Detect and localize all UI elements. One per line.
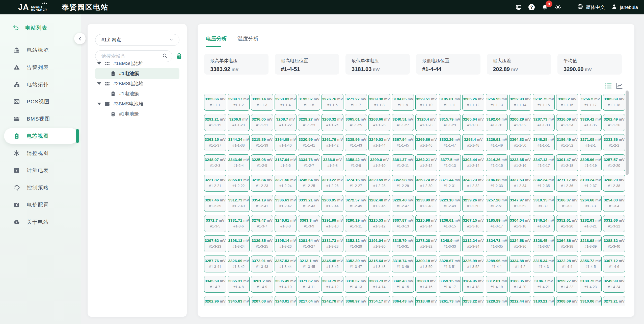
help-icon[interactable]: ? [528, 4, 535, 11]
battery-cell-card[interactable]: 3297.62 mV#1-3-23 [204, 235, 226, 252]
battery-cell-card[interactable]: 3322.28 mV#1-4-4 [556, 256, 578, 272]
battery-cell-card[interactable]: 3239.79 mV#1-4-12 [321, 276, 343, 293]
user-menu[interactable]: janebula [611, 4, 638, 11]
battery-cell-card[interactable]: 3184.05 mV#1-1-9 [392, 94, 414, 111]
sidebar-collapse-button[interactable] [74, 33, 86, 44]
battery-cell-card[interactable]: 3215.84 mV#1-2-23 [251, 175, 273, 192]
battery-cell-card[interactable]: 3265.64 mV#1-1-30 [462, 114, 484, 131]
battery-cell-card[interactable]: 3357.53 mV#1-3-44 [275, 256, 297, 272]
battery-cell-card[interactable]: 3242.78 mV [321, 296, 343, 306]
battery-cell-card[interactable]: 3300.18 mV#1-3-50 [415, 256, 437, 272]
battery-cell-card[interactable]: 3226.99 mV#1-3-52 [462, 256, 484, 272]
battery-cell-card[interactable]: 3254.03 mV#1-3-4 [603, 195, 625, 212]
grid-point-select[interactable]: #1并网点 [95, 34, 179, 46]
sidebar-item-strategy[interactable]: 控制策略 [0, 179, 81, 196]
battery-cell-card[interactable]: 3186.37 mV#1-3-2 [556, 195, 578, 212]
grid-scrollbar[interactable] [625, 85, 629, 310]
battery-cell-card[interactable]: 3185.89 mV#1-3-17 [486, 215, 508, 232]
battery-cell-card[interactable]: 3324.73 mV#1-3-35 [486, 235, 508, 252]
battery-cell-card[interactable]: 3202.96 mV [204, 296, 226, 306]
battery-cell-card[interactable]: 3281.64 mV#1-3-27 [298, 235, 320, 252]
battery-cell-card[interactable]: 3261.79 mV#1-1-42 [321, 134, 343, 151]
battery-cell-card[interactable]: 3364.43 mV [392, 296, 414, 306]
battery-cell-card[interactable]: 3219.22 mV#1-2-26 [321, 175, 343, 192]
battery-cell-card[interactable]: 3372.91 mV#1-3-43 [251, 256, 273, 272]
battery-cell-card[interactable]: 3186.68 mV#1-2-33 [486, 175, 508, 192]
battery-cell-card[interactable]: 3321.56 mV#1-2-24 [275, 175, 297, 192]
battery-cell-card[interactable]: 3328.45 mV#1-3-37 [533, 235, 555, 252]
battery-cell-card[interactable]: 3302.26 mV#1-1-47 [439, 134, 461, 151]
battery-cell-card[interactable]: 3218.98 mV#1-3-39 [580, 235, 602, 252]
battery-cell-card[interactable]: 3261.2 mV#1-4-9 [251, 276, 273, 293]
battery-cell-card[interactable]: 3279.47 mV#1-3-7 [251, 215, 273, 232]
battery-cell-card[interactable]: 3223.18 mV#1-2-49 [439, 195, 461, 212]
battery-cell-card[interactable]: 3368.97 mV [345, 296, 367, 306]
battery-cell-card[interactable]: 3345.59 mV#1-4-7 [204, 276, 226, 293]
sidebar-item-station-list[interactable]: 电站列表 [0, 22, 81, 33]
battery-cell-card[interactable]: 3352.39 mV#1-3-47 [345, 256, 367, 272]
battery-cell-card[interactable]: 3191.99 mV#1-3-10 [321, 215, 343, 232]
battery-cell-card[interactable]: 3261.73 mV [439, 296, 461, 306]
battery-cell-card[interactable]: 3262.49 mV#1-1-36 [603, 114, 625, 131]
battery-cell-card[interactable]: 3307.12 mV#1-4-6 [603, 256, 625, 272]
battery-cell-card[interactable]: 3238.96 mV#1-1-43 [345, 134, 367, 151]
battery-cell-card[interactable]: 3187.64 mV#1-2-6 [275, 154, 297, 171]
battery-cell-card[interactable]: 3333.86 mV#1-2-2 [603, 134, 625, 151]
battery-cell-card[interactable]: 3363.3 mV#1-3-9 [298, 215, 320, 232]
battery-cell-card[interactable]: 3282.63 mV#1-3-21 [580, 215, 602, 232]
battery-cell-card[interactable]: 3352.12 mV#1-3-29 [345, 235, 367, 252]
battery-cell-card[interactable]: 3318.74 mV#1-3-49 [392, 256, 414, 272]
battery-cell-card[interactable]: 3243.73 mV#1-2-32 [462, 175, 484, 192]
battery-cell-card[interactable]: 3208.7 mV#1-1-22 [275, 114, 297, 131]
battery-cell-card[interactable]: 3243.01 mV [275, 296, 297, 306]
chart-view-icon[interactable] [615, 82, 623, 90]
battery-cell-card[interactable]: 3345.83 mV [228, 296, 250, 306]
battery-cell-card[interactable]: 3225.08 mV#1-2-5 [251, 154, 273, 171]
battery-cell-card[interactable]: 3252.93 mV#1-1-14 [509, 94, 531, 111]
battery-cell-card[interactable]: 3288.32 mV#1-3-40 [603, 235, 625, 252]
battery-cell-card[interactable]: 3315.64 mV#1-3-48 [368, 256, 390, 272]
battery-cell-card[interactable]: 3289.96 mV#1-4-1 [486, 256, 508, 272]
battery-cell-card[interactable]: 3207.08 mV [251, 296, 273, 306]
battery-cell-card[interactable]: 3367.94 mV#1-1-45 [392, 134, 414, 151]
battery-cell-card[interactable]: 3186.49 mV#1-1-52 [556, 134, 578, 151]
battery-cell-card[interactable]: 3253.22 mV [462, 296, 484, 306]
battery-cell-card[interactable]: 3354.17 mV [368, 296, 390, 306]
sidebar-item-about[interactable]: 关于电站 [0, 213, 81, 230]
battery-cell-card[interactable]: 3356.72 mV#1-4-5 [580, 256, 602, 272]
battery-cell-card[interactable]: 3214.26 mV#1-2-15 [486, 154, 508, 171]
battery-cell-card[interactable]: 3264.68 mV#1-3-3 [580, 195, 602, 212]
tree-node-cluster[interactable]: #1电池簇 [88, 89, 187, 99]
battery-cell-card[interactable]: 3287.73 mV#1-1-33 [533, 114, 555, 131]
battery-cell-card[interactable]: 3355.01 mV#1-2-22 [228, 175, 250, 192]
battery-cell-card[interactable]: 3271.17 mV#1-2-36 [556, 175, 578, 192]
battery-cell-card[interactable]: 3188.35 mV#1-4-20 [509, 276, 531, 293]
battery-cell-card[interactable]: 3337.53 mV#1-2-34 [509, 175, 531, 192]
battery-cell-card[interactable]: 3225.98 mV#1-3-14 [415, 215, 437, 232]
battery-cell-card[interactable]: 3206.9 mV#1-1-20 [228, 114, 250, 131]
battery-cell-card[interactable]: 3310.06 mV [580, 296, 602, 306]
battery-cell-card[interactable]: 3346.14 mV#1-3-19 [533, 215, 555, 232]
battery-cell-card[interactable]: 3233.99 mV#1-2-48 [415, 195, 437, 212]
battery-cell-card[interactable]: 3363.15 mV#1-1-37 [204, 134, 226, 151]
battery-cell-card[interactable]: 3189.72 mV#1-4-23 [580, 276, 602, 293]
battery-cell-card[interactable]: 3200.95 mV#1-2-44 [321, 195, 343, 212]
sidebar-item-aux-view[interactable]: 辅控视图 [0, 145, 81, 162]
tree-node-cluster[interactable]: #1电池簇 [88, 109, 187, 119]
battery-cell-card[interactable]: 3364.86 mV#1-3-38 [556, 235, 578, 252]
scrollbar-thumb[interactable] [626, 90, 629, 175]
battery-cell-card[interactable]: 3343.46 mV#1-2-4 [228, 154, 250, 171]
battery-cell-card[interactable]: 3334.76 mV#1-2-7 [298, 154, 320, 171]
battery-cell-card[interactable]: 3328.67 mV#1-3-51 [439, 256, 461, 272]
battery-cell-card[interactable]: 3331.73 mV#1-3-28 [321, 235, 343, 252]
battery-cell-card[interactable]: 3265.26 mV#1-1-12 [462, 94, 484, 111]
battery-cell-card[interactable]: 3331.66 mV#1-3-22 [603, 215, 625, 232]
battery-cell-card[interactable]: 3199.24 mV#1-2-37 [580, 175, 602, 192]
battery-cell-card[interactable]: 3198.13 mV#1-3-24 [228, 235, 250, 252]
battery-cell-card[interactable]: 3268.66 mV#1-1-26 [368, 114, 390, 131]
battery-cell-card[interactable]: 3256.2 mV#1-1-17 [580, 94, 602, 111]
battery-cell-card[interactable]: 3381.71 mV#1-3-6 [228, 215, 250, 232]
battery-cell-card[interactable]: 3348.28 mV#1-1-51 [533, 134, 555, 151]
battery-cell-card[interactable]: 3324.58 mV#1-3-36 [509, 235, 531, 252]
battery-cell-card[interactable]: 3308.69 mV [556, 296, 578, 306]
